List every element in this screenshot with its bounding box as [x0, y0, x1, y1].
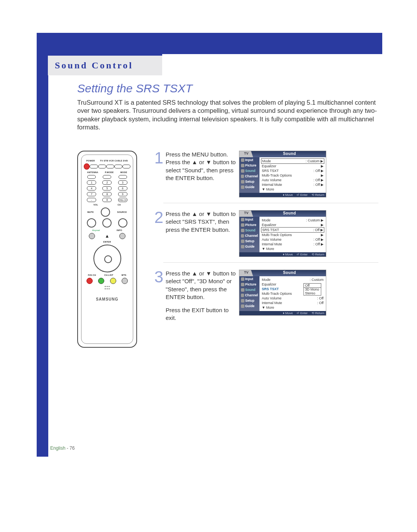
step-number: 3	[153, 270, 163, 284]
osd-sidebar: Input Picture Sound Channel Setup Guide	[239, 217, 259, 252]
osd-side-input: Input	[239, 157, 259, 163]
remote-mode-label: MODE	[120, 171, 127, 173]
popup-option-3dmono: 3D Mono	[304, 287, 321, 291]
footer-page: - 76	[65, 445, 75, 451]
step-number: 2	[153, 210, 163, 225]
page-footer: English - 76	[50, 445, 75, 451]
red-button-icon	[86, 278, 93, 284]
step-text: Press the ▲ or ▼ button to select "SRS T…	[166, 210, 239, 234]
brand-logo: SAMSUNG	[84, 297, 131, 301]
keypad-0: 0	[102, 198, 112, 202]
remote-illustration: POWER TV STB VCR CABLE DVD ANTENNA P.MOD…	[77, 151, 137, 348]
osd-title: Sound	[253, 151, 326, 157]
remote-ch-label: CH	[117, 204, 121, 206]
mute-button-icon	[87, 218, 96, 228]
osd-screenshot-2: TVSound Input Picture Sound Channel Setu…	[239, 210, 326, 257]
vol-rocker-icon	[101, 207, 110, 217]
step-1: 1 Press the MENU button. Press the ▲ or …	[153, 151, 378, 197]
footer-language: English	[50, 445, 65, 451]
keypad-9: 9	[118, 192, 127, 196]
steps-column: 1 Press the MENU button. Press the ▲ or …	[153, 151, 378, 322]
section-title: Setting the SRS TSXT	[77, 82, 192, 95]
osd-side-setup: Setup	[239, 179, 259, 184]
osd-screenshot-1: TVSound Input Picture Sound Channel Setu…	[239, 151, 326, 197]
remote-pmode-label: P.MODE	[105, 171, 114, 173]
remote-vol-label: VOL	[93, 204, 98, 206]
step-2: 2 Press the ▲ or ▼ button to select "SRS…	[153, 210, 378, 257]
keypad-dash: -	[87, 198, 96, 202]
osd-side-picture: Picture	[239, 163, 259, 168]
remote-favch-label: FAV.CH	[88, 274, 96, 276]
remote-devices-label: TV STB VCR CABLE DVD	[100, 160, 128, 162]
keypad-5: 5	[102, 186, 112, 190]
step-text: Press the MENU button. Press the ▲ or ▼ …	[166, 151, 239, 182]
osd-side-channel: Channel	[239, 173, 259, 179]
remote-chlist-label: CH.LIST	[104, 274, 114, 276]
keypad-6: 6	[118, 186, 127, 190]
osd-side-sound: Sound	[239, 168, 259, 173]
osd-sidebar: Input Picture Sound Channel Setup Guide	[239, 157, 259, 193]
left-border	[37, 33, 48, 457]
yellow-button-icon	[110, 278, 116, 284]
keypad-2: 2	[102, 180, 112, 185]
osd-screenshot-3: TVSound Input Picture Sound Channel Setu…	[239, 270, 326, 316]
chapter-tab: Sound Control	[46, 54, 162, 75]
osd-menu: Mode: Custom ▶ Equalizer▶ SRS TSXT: Off …	[259, 157, 326, 193]
osd-tv-label: TV	[239, 151, 253, 157]
remote-mts-label: MTS	[122, 274, 127, 276]
remote-source-label: SOURCE	[117, 211, 127, 213]
remote-power-label: POWER	[86, 160, 95, 162]
osd-popup: Off 3D Mono Stereo	[303, 283, 321, 296]
osd-title: Sound	[253, 211, 326, 217]
keypad-3: 3	[118, 180, 127, 185]
osd-tv-label: TV	[239, 211, 253, 217]
remote-info-label: INFO	[117, 229, 122, 231]
green-button-icon	[98, 278, 104, 284]
top-border	[37, 33, 382, 54]
intro-paragraph: TruSurround XT is a patented SRS technol…	[77, 99, 378, 132]
osd-title: Sound	[253, 270, 326, 276]
keypad-1: 1	[87, 180, 96, 185]
dpad-icon	[93, 245, 121, 272]
osd-tv-label: TV	[239, 270, 253, 276]
remote-enter-label: ENTER	[103, 241, 111, 243]
keypad-8: 8	[102, 192, 112, 196]
step-3: 3 Press the ▲ or ▼ button to select "Off…	[153, 270, 378, 322]
keypad-4: 4	[87, 186, 96, 190]
step-text: Press the ▲ or ▼ button to select "Off",…	[166, 270, 239, 322]
osd-sidebar: Input Picture Sound Channel Setup Guide	[239, 276, 259, 311]
popup-option-stereo: Stereo	[304, 291, 321, 295]
remote-antenna-label: ANTENNA	[87, 171, 98, 173]
ch-rocker-icon	[102, 218, 112, 228]
power-button-icon	[84, 163, 90, 170]
keypad-7: 7	[87, 192, 96, 196]
source-button-icon	[118, 218, 127, 228]
step-number: 1	[153, 151, 163, 165]
keypad-prech: PRE-CH	[118, 198, 127, 202]
dot-group	[84, 286, 131, 290]
osd-side-guide: Guide	[239, 184, 259, 190]
remote-mute-label: MUTE	[87, 211, 94, 213]
